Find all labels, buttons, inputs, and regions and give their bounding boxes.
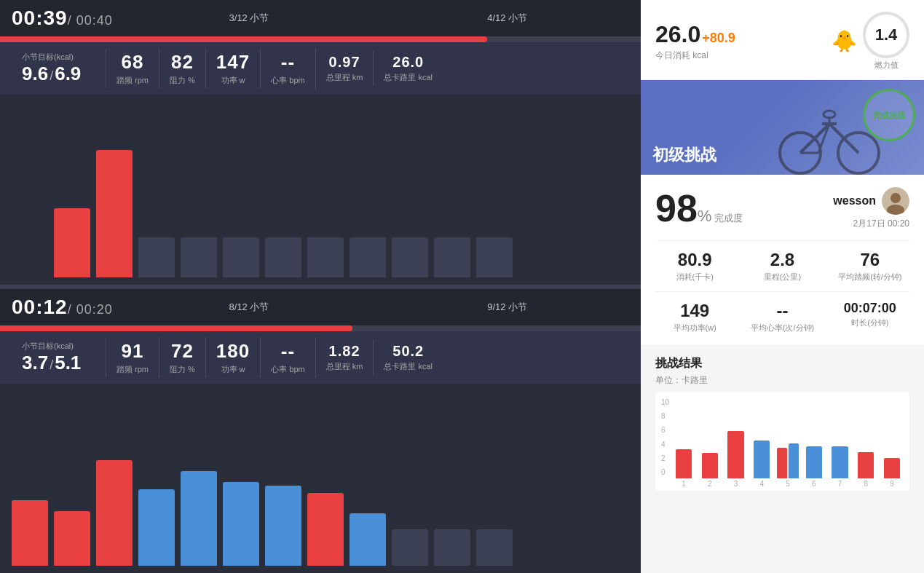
stat-label-hr-1: 心率 bpm <box>271 75 304 86</box>
section-label-right-1: 4/12 小节 <box>385 12 629 25</box>
x-label-4: 4 <box>750 480 773 488</box>
metric-calories: 80.9 消耗(千卡) <box>655 250 734 282</box>
kcal-box-2: 小节目标(kcal) 3.7 / 5.1 <box>12 338 106 377</box>
stat-label-cal-2: 总卡路里 kcal <box>384 361 433 372</box>
metric-value-cadence: 76 <box>860 250 880 270</box>
stat-resistance-2: 72 阻力 % <box>159 337 206 378</box>
calorie-main: 26.0 +80.9 <box>655 21 735 48</box>
stat-calories-1: 26.0 总卡路里 kcal <box>374 51 443 86</box>
stat-distance-2: 1.82 总里程 km <box>316 340 374 375</box>
section-label-left-2: 8/12 小节 <box>127 301 371 314</box>
stat-value-hr-2: -- <box>281 340 295 363</box>
stat-label-power-2: 功率 w <box>221 364 245 375</box>
results-title: 挑战结果 <box>655 356 909 371</box>
results-unit: 单位：卡路里 <box>655 374 909 387</box>
bar-1-9 <box>350 237 386 277</box>
bar-1-4 <box>138 237 175 277</box>
section-label-right-2: 9/12 小节 <box>385 301 629 314</box>
stat-value-power-2: 180 <box>216 340 250 363</box>
bar-1-11 <box>434 237 470 277</box>
stat-value-resistance-1: 82 <box>171 51 194 74</box>
bar-2-2 <box>54 511 90 566</box>
completion-label: 完成度 <box>714 212 743 225</box>
x-label-1: 1 <box>672 480 695 488</box>
fuel-value-wrap: 1.4 燃力值 <box>863 12 909 71</box>
calorie-section: 26.0 +80.9 今日消耗 kcal <box>655 21 735 62</box>
y-label-8: 8 <box>661 412 669 420</box>
x-labels: 1 2 3 4 5 6 7 8 9 <box>672 480 904 488</box>
stat-cadence-1: 68 踏频 rpm <box>106 48 159 89</box>
stat-label-hr-2: 心率 bpm <box>271 364 304 375</box>
bar-1-2 <box>54 208 90 277</box>
metric-value-duration: 00:07:00 <box>844 301 896 316</box>
mini-chart-inner: 10 8 6 4 2 0 <box>661 398 904 488</box>
stat-label-cal-1: 总卡路里 kcal <box>384 72 433 83</box>
mini-bar-group-3 <box>724 431 748 478</box>
metric-label-calories: 消耗(千卡) <box>676 272 714 282</box>
metric-value-calories: 80.9 <box>678 250 712 270</box>
stat-label-resistance-1: 阻力 % <box>170 75 195 86</box>
mini-chart: 10 8 6 4 2 0 <box>655 392 909 491</box>
fuel-label: 燃力值 <box>874 60 899 71</box>
challenge-title: 初级挑战 <box>652 144 716 166</box>
section-label-left-1: 3/12 小节 <box>127 12 371 25</box>
fuel-icon: 🐥 <box>832 29 857 53</box>
bar-1-6 <box>223 237 259 277</box>
metric-value-power: 149 <box>680 301 709 321</box>
bar-2-8 <box>307 493 344 566</box>
stat-value-resistance-2: 72 <box>171 340 194 363</box>
mini-bar-6-blue <box>806 446 822 478</box>
y-label-6: 6 <box>661 426 669 434</box>
bars-wrap: 1 2 3 4 5 6 7 8 9 <box>672 398 904 488</box>
left-panel: 00:39/ 00:40 3/12 小节 4/12 小节 小节目标(kcal) … <box>0 0 641 573</box>
bar-1-3 <box>96 150 133 277</box>
calorie-plus: +80.9 <box>702 31 735 46</box>
top-card: 26.0 +80.9 今日消耗 kcal 🐥 1.4 燃力值 <box>641 0 924 80</box>
stat-power-1: 147 功率 w <box>206 48 261 89</box>
stat-label-power-1: 功率 w <box>221 75 245 86</box>
user-name: wesson <box>833 194 876 208</box>
section-2: 00:12/ 00:20 8/12 小节 9/12 小节 小节目标(kcal) … <box>0 289 641 574</box>
metric-value-heartrate: -- <box>777 301 789 321</box>
bar-2-11 <box>434 529 470 566</box>
mini-bar-2-red <box>702 453 718 478</box>
bar-1-7 <box>265 237 301 277</box>
bar-1-5 <box>181 237 217 277</box>
divider-2 <box>655 291 909 292</box>
y-label-10: 10 <box>661 398 669 406</box>
stat-heartrate-2: -- 心率 bpm <box>261 337 315 378</box>
timer-1: 00:39/ 00:40 <box>12 7 113 30</box>
stat-value-dist-1: 0.97 <box>329 54 360 71</box>
divider-1 <box>655 240 909 241</box>
mini-bar-1-red <box>676 449 692 478</box>
section-1: 00:39/ 00:40 3/12 小节 4/12 小节 小节目标(kcal) … <box>0 0 641 285</box>
stat-calories-2: 50.2 总卡路里 kcal <box>374 340 443 375</box>
x-label-2: 2 <box>698 480 722 488</box>
bar-2-3 <box>96 460 133 566</box>
bar-2-1 <box>12 500 48 566</box>
stat-label-cadence-1: 踏频 rpm <box>117 75 149 86</box>
x-label-8: 8 <box>854 480 877 488</box>
y-axis: 10 8 6 4 2 0 <box>661 398 669 488</box>
stat-cadence-2: 91 踏频 rpm <box>106 337 159 378</box>
x-label-3: 3 <box>724 480 748 488</box>
metric-power: 149 平均功率(w) <box>655 301 734 333</box>
stat-distance-1: 0.97 总里程 km <box>316 51 374 86</box>
kcal-label-2: 小节目标(kcal) <box>22 341 74 352</box>
mini-bar-9-red <box>884 458 900 478</box>
x-label-7: 7 <box>829 480 852 488</box>
progress-bar-2 <box>0 325 641 331</box>
stat-value-power-1: 147 <box>216 51 250 74</box>
bar-2-9 <box>350 513 386 566</box>
metric-label-heartrate: 平均心率(次/分钟) <box>751 323 814 333</box>
metric-label-distance: 里程(公里) <box>764 272 801 282</box>
metrics-grid: 80.9 消耗(千卡) 2.8 里程(公里) 76 平均踏频(转/分钟) <box>655 250 909 282</box>
metric-heartrate: -- 平均心率(次/分钟) <box>743 301 821 333</box>
mini-bar-group-4 <box>750 440 773 478</box>
mini-bar-group-5 <box>776 443 799 478</box>
mini-bar-5-red <box>777 448 787 478</box>
completion-row: 98 % 完成度 wesson 2月17日 00:20 <box>655 186 909 230</box>
stat-value-hr-1: -- <box>281 51 295 74</box>
chart-area-2 <box>0 384 641 574</box>
kcal-current-1: 9.6 <box>22 63 48 85</box>
